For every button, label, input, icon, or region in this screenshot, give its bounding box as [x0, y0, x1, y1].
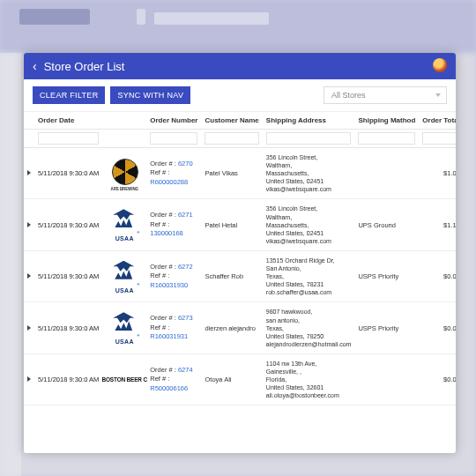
customer-name: Patel Vikas [201, 148, 262, 199]
table-row: 5/11/2018 9:30:0 AMUSAA®Order # : 6272Re… [24, 250, 456, 301]
expand-icon[interactable] [27, 325, 31, 331]
shipping-address: 356 Lincoln Street,Waltham,Massachusetts… [263, 199, 355, 250]
back-icon[interactable]: ‹ [33, 59, 37, 73]
col-customer[interactable]: Customer Name [201, 112, 262, 130]
toolbar: CLEAR FILTER SYNC WITH NAV All Stores [24, 79, 456, 112]
order-number-cell: Order # : 6270Ref # : R600000288 [146, 148, 201, 199]
shipping-address: 1104 nw 13th Ave,Gainesville, ,Florida,U… [263, 353, 355, 405]
filter-method[interactable] [358, 132, 415, 145]
order-link[interactable]: 6272 [178, 263, 193, 271]
ref-link[interactable]: R160031931 [150, 332, 188, 340]
order-date: 5/11/2018 9:30:0 AM [34, 353, 102, 405]
page-title: Store Order List [44, 60, 125, 73]
store-logo [106, 157, 143, 190]
order-link[interactable]: 6274 [178, 366, 193, 374]
filter-number[interactable] [150, 132, 197, 145]
table-row: 5/11/2018 9:30:0 AMBOSTON BEER COrder # … [24, 353, 456, 405]
sync-nav-button[interactable]: SYNC WITH NAV [110, 86, 190, 104]
shipping-method [354, 148, 419, 199]
order-date: 5/11/2018 9:30:0 AM [34, 148, 102, 199]
shipping-address: 13515 Orchard Ridge Dr,San Antonio,Texas… [263, 250, 355, 301]
store-select[interactable]: All Stores [324, 86, 447, 104]
customer-name: Otoya Ali [201, 353, 262, 405]
shipping-method [354, 353, 419, 405]
order-grid: Order Date Order Number Customer Name Sh… [24, 112, 456, 453]
panel-header: ‹ Store Order List [24, 53, 456, 79]
order-list-panel: ‹ Store Order List CLEAR FILTER SYNC WIT… [24, 53, 456, 453]
col-date[interactable]: Order Date [34, 112, 102, 130]
col-expand [24, 112, 34, 130]
filter-address[interactable] [266, 132, 352, 145]
order-link[interactable]: 6273 [178, 314, 193, 322]
ref-link[interactable]: R160031930 [150, 281, 188, 289]
col-total[interactable]: Order Total [419, 112, 456, 130]
store-logo: USAA® [106, 208, 143, 242]
shipping-address: 356 Lincoln Street,Waltham,Massachusetts… [263, 148, 355, 199]
shipping-method: UPS Ground [354, 199, 419, 250]
shipping-method: USPS Priority [354, 250, 419, 301]
order-number-cell: Order # : 6271Ref # : 130000168 [146, 199, 201, 250]
ref-link[interactable]: 130000168 [150, 229, 183, 237]
expand-icon[interactable] [27, 273, 31, 279]
order-total: $0.00 [419, 353, 456, 405]
filter-date[interactable] [38, 132, 99, 145]
order-total: $1.17 [419, 199, 456, 250]
avatar[interactable] [433, 58, 447, 72]
col-number[interactable]: Order Number [146, 112, 201, 130]
ref-link[interactable]: R500006166 [150, 384, 188, 392]
expand-icon[interactable] [27, 170, 31, 175]
filter-customer[interactable] [205, 132, 258, 145]
customer-name: Schaffer Rob [201, 250, 262, 301]
order-date: 5/11/2018 9:30:0 AM [34, 199, 102, 250]
shipping-method: USPS Priority [354, 302, 419, 353]
col-method[interactable]: Shipping Mathod [354, 112, 419, 130]
order-date: 5/11/2018 9:30:0 AM [34, 250, 102, 301]
table-row: 5/11/2018 9:30:0 AMUSAA®Order # : 6273Re… [24, 302, 456, 353]
order-number-cell: Order # : 6274Ref # : R500006166 [146, 353, 201, 405]
col-logo [102, 112, 146, 130]
customer-name: Patel Hetal [201, 199, 262, 250]
filter-total[interactable] [422, 132, 456, 145]
ref-link[interactable]: R600000288 [150, 178, 188, 186]
table-row: 5/11/2018 9:30:0 AMOrder # : 6270Ref # :… [24, 148, 456, 199]
store-logo: USAA® [106, 260, 143, 294]
store-logo: USAA® [106, 311, 143, 345]
table-row: 5/11/2018 9:30:0 AMUSAA®Order # : 6271Re… [24, 199, 456, 250]
expand-icon[interactable] [27, 376, 31, 382]
customer-name: dierzen alejandro [201, 302, 262, 353]
col-address[interactable]: Shipping Address [263, 112, 355, 130]
store-select-value: All Stores [331, 91, 366, 100]
shipping-address: 9807 hawkwood,san antonio,Texas,United S… [263, 302, 355, 353]
order-date: 5/11/2018 9:30:0 AM [34, 302, 102, 353]
order-number-cell: Order # : 6272Ref # : R160031930 [146, 250, 201, 301]
order-total: $0.00 [419, 250, 456, 301]
expand-icon[interactable] [27, 222, 31, 227]
order-total: $0.00 [419, 302, 456, 353]
clear-filter-button[interactable]: CLEAR FILTER [33, 86, 105, 104]
order-link[interactable]: 6270 [178, 160, 193, 167]
store-logo: BOSTON BEER C [106, 363, 143, 397]
order-number-cell: Order # : 6273Ref # : R160031931 [146, 302, 201, 353]
order-link[interactable]: 6271 [178, 211, 193, 219]
order-total: $1.06 [419, 148, 456, 199]
